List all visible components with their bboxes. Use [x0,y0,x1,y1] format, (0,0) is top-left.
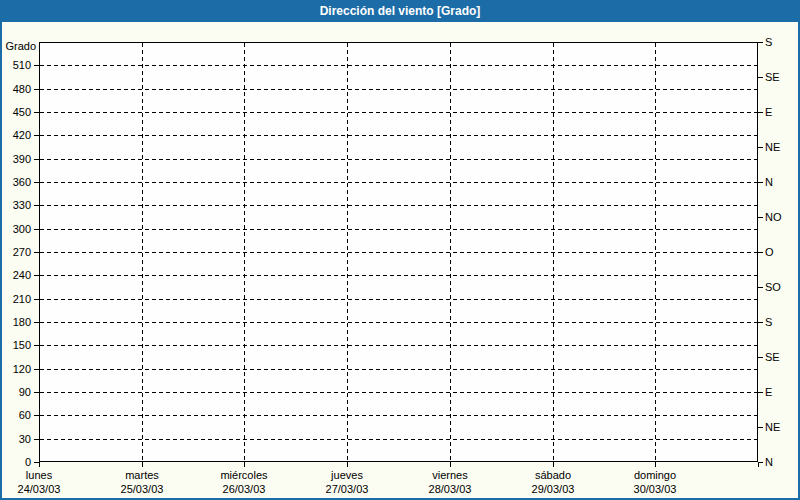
wind-direction-chart: Grado03060901201501802102402703003303603… [0,0,800,500]
svg-text:NO: NO [765,211,782,223]
svg-text:450: 450 [13,106,31,118]
y-axis-left-labels: 0306090120150180210240270300330360390420… [13,59,31,468]
svg-text:330: 330 [13,199,31,211]
svg-text:360: 360 [13,176,31,188]
svg-text:150: 150 [13,339,31,351]
svg-text:240: 240 [13,269,31,281]
svg-text:sábado: sábado [535,469,571,481]
svg-text:SE: SE [765,71,780,83]
svg-text:180: 180 [13,316,31,328]
svg-text:S: S [765,316,772,328]
svg-text:Grado: Grado [5,40,36,52]
svg-text:lunes: lunes [26,469,53,481]
svg-text:N: N [765,456,773,468]
svg-text:270: 270 [13,246,31,258]
y-axis-right-labels: SSEENENNOOSOSSEENEN [765,36,782,468]
svg-text:120: 120 [13,363,31,375]
svg-text:420: 420 [13,129,31,141]
svg-text:30/03/03: 30/03/03 [634,483,677,495]
x-axis-labels: lunes24/03/03martes25/03/03miércoles26/0… [18,469,677,495]
y-axis-unit-label: Grado [5,40,36,52]
wind-direction-chart-window: Dirección del viento [Grado] Grado030609… [0,0,800,500]
svg-text:26/03/03: 26/03/03 [223,483,266,495]
svg-text:S: S [765,36,772,48]
svg-text:0: 0 [25,456,31,468]
svg-text:SE: SE [765,351,780,363]
svg-text:NE: NE [765,421,780,433]
svg-text:martes: martes [125,469,159,481]
svg-text:N: N [765,176,773,188]
svg-text:27/03/03: 27/03/03 [326,483,369,495]
svg-text:24/03/03: 24/03/03 [18,483,61,495]
svg-text:390: 390 [13,153,31,165]
svg-text:29/03/03: 29/03/03 [532,483,575,495]
svg-text:E: E [765,106,772,118]
svg-text:480: 480 [13,83,31,95]
svg-text:SO: SO [765,281,781,293]
svg-text:510: 510 [13,59,31,71]
svg-text:30: 30 [19,433,31,445]
svg-text:jueves: jueves [330,469,363,481]
svg-text:viernes: viernes [432,469,468,481]
svg-text:28/03/03: 28/03/03 [429,483,472,495]
svg-text:210: 210 [13,293,31,305]
svg-text:60: 60 [19,409,31,421]
svg-text:90: 90 [19,386,31,398]
svg-text:miércoles: miércoles [220,469,268,481]
svg-text:300: 300 [13,223,31,235]
svg-text:E: E [765,386,772,398]
svg-text:domingo: domingo [634,469,676,481]
svg-text:25/03/03: 25/03/03 [121,483,164,495]
svg-text:O: O [765,246,774,258]
svg-text:NE: NE [765,141,780,153]
